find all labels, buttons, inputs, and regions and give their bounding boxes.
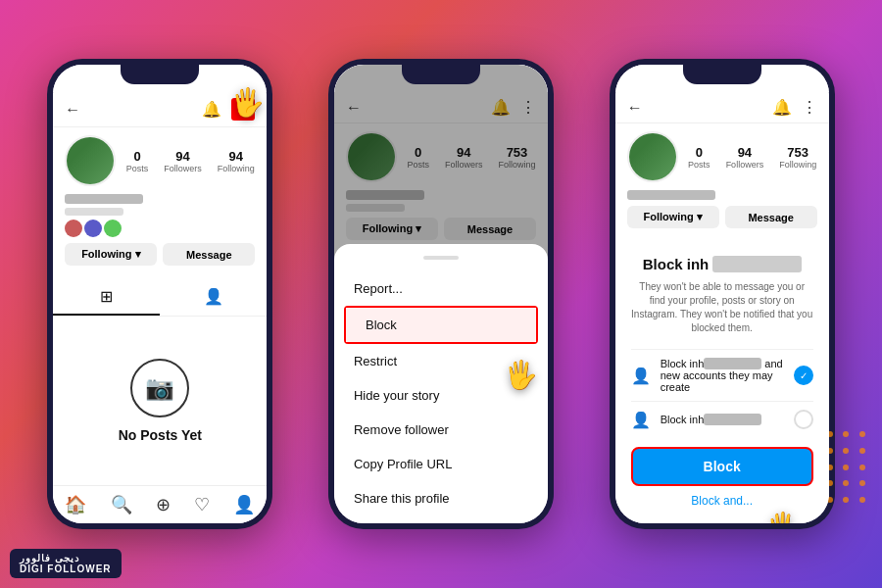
block-button-3[interactable]: Block [631,447,813,486]
back-button-3[interactable]: ← [627,99,643,117]
dialog-option-1[interactable]: 👤 Block inhxx and new accounts they may … [631,349,813,401]
phone-3: ← 🔔 ⋮ 0 Posts 94 Followers [610,59,835,529]
radio-selected-1[interactable]: ✓ [794,366,813,385]
sheet-item-copy-url[interactable]: Copy Profile URL [334,447,548,481]
heart-nav-1[interactable]: ♡ [194,494,210,515]
posts-stat-3: 0 Posts [688,145,710,170]
grid-icon-1: ⊞ [100,287,113,306]
add-nav-1[interactable]: ⊕ [156,494,171,515]
profile-nav-1[interactable]: 👤 [233,494,255,515]
followers-label-1: Followers [164,164,202,173]
following-button-3[interactable]: Following ▾ [627,206,719,228]
following-stat-3: 753 Following [779,145,816,170]
following-label-3: Following [779,160,816,170]
phone-notch-3 [683,65,761,84]
dialog-option-2[interactable]: 👤 Block inhxx [631,401,813,437]
bell-icon-1[interactable]: 🔔 [202,100,221,119]
sheet-item-report[interactable]: Report... [334,271,548,306]
followers-stat-1: 94 Followers [164,149,202,173]
home-nav-1[interactable]: 🏠 [65,494,86,515]
bottom-sheet-2: Report... Block Restrict Hide your story… [334,244,548,523]
sheet-item-hide-story[interactable]: Hide your story [334,378,548,413]
bell-icon-3[interactable]: 🔔 [772,98,792,117]
stats-3: 0 Posts 94 Followers 753 Following [688,145,817,170]
posts-label-3: Posts [688,160,710,170]
posts-label-1: Posts [126,164,149,173]
profile-top-1: 0 Posts 94 Followers 94 Following [65,135,255,186]
action-buttons-3: Following ▾ Message [627,206,817,228]
tab-grid-1[interactable]: ⊞ [53,279,160,316]
block-and-report-3[interactable]: Block and... [631,494,813,508]
cursor-3: 🖐 [765,511,800,523]
phone-notch-2 [402,65,480,84]
radio-unselected-2[interactable] [794,410,813,429]
block-item-border: Block [344,306,538,344]
phone-1: ← 🔔 ⋮ 🖐 0 Posts 94 [47,59,272,529]
thumb-1 [65,220,82,237]
stats-1: 0 Posts 94 Followers 94 Following [125,149,255,173]
back-button-1[interactable]: ← [65,101,80,119]
bottom-nav-1: 🏠 🔍 ⊕ ♡ 👤 [53,485,267,523]
avatar-inner-1 [67,137,114,184]
watermark-english: DIGI FOLLOWER [20,564,112,574]
avatar-1 [65,135,116,186]
thumb-2 [84,220,102,237]
tab-bar-1: ⊞ 👤 [53,279,267,317]
followers-label-3: Followers [726,160,764,170]
dialog-title-3: Block inh xxxxxx [631,256,813,272]
camera-icon-1: 📷 [145,374,174,402]
username-blur-1 [65,194,143,204]
sheet-item-block[interactable]: Block [346,308,536,342]
avatar-inner-3 [629,133,676,180]
header-icons-1: 🔔 ⋮ [202,98,255,121]
username-blur-3 [627,190,715,200]
handle-blur-1 [65,208,123,216]
option-blurred-1: xx [704,358,761,369]
dialog-option-text-2: Block inhxx [661,414,784,425]
posts-stat-1: 0 Posts [126,149,149,173]
dialog-option-text-1: Block inhxx and new accounts they may cr… [661,358,784,393]
camera-circle-1: 📷 [130,359,189,417]
profile-top-3: 0 Posts 94 Followers 753 Following [627,131,817,182]
profile-section-3: 0 Posts 94 Followers 753 Following Follo… [615,123,829,236]
block-dialog-3: Block inh xxxxxx They won't be able to m… [615,240,829,523]
more-icon-3[interactable]: ⋮ [802,98,817,117]
followers-thumbs-1 [65,220,255,237]
following-label-1: Following [218,164,255,173]
profile-section-1: 0 Posts 94 Followers 94 Following [53,127,267,273]
sheet-item-remove-follower[interactable]: Remove follower [334,413,548,447]
tab-person-1[interactable]: 👤 [160,279,267,316]
sheet-item-share[interactable]: Share this profile [334,481,548,515]
posts-count-3: 0 [688,145,710,160]
following-count-3: 753 [779,145,816,160]
no-posts-text-1: No Posts Yet [119,427,202,443]
dialog-description-3: They won't be able to message you or fin… [631,280,813,335]
followers-stat-3: 94 Followers [726,145,764,170]
thumb-3 [104,220,122,237]
following-button-1[interactable]: Following ▾ [65,243,157,266]
ig-header-3: ← 🔔 ⋮ [615,92,829,123]
watermark: دیجی فالوور DIGI FOLLOWER [10,549,122,578]
header-icons-3: 🔔 ⋮ [772,98,817,117]
person-option-icon-2: 👤 [631,411,651,429]
content-area-1: 📷 No Posts Yet [53,317,267,485]
followers-count-1: 94 [164,149,202,164]
posts-count-1: 0 [126,149,149,164]
sheet-handle-2 [423,256,459,260]
sheet-item-restrict[interactable]: Restrict [334,344,548,378]
action-buttons-1: Following ▾ Message [65,243,255,266]
ig-header-1: ← 🔔 ⋮ [53,92,267,127]
person-icon-1: 👤 [204,287,223,308]
phone-notch [121,65,199,84]
phone-2: ← 🔔 ⋮ 0 Posts 94 Followers [328,59,554,529]
option-blurred-2: xx [704,414,761,425]
followers-count-3: 94 [726,145,764,160]
watermark-persian: دیجی فالوور [20,553,112,564]
person-option-icon-1: 👤 [631,367,651,385]
following-count-1: 94 [218,149,255,164]
search-nav-1[interactable]: 🔍 [111,494,132,515]
message-button-1[interactable]: Message [163,243,255,266]
message-button-3[interactable]: Message [725,206,817,228]
more-icon-1[interactable]: ⋮ [231,98,255,121]
avatar-3 [627,131,678,182]
